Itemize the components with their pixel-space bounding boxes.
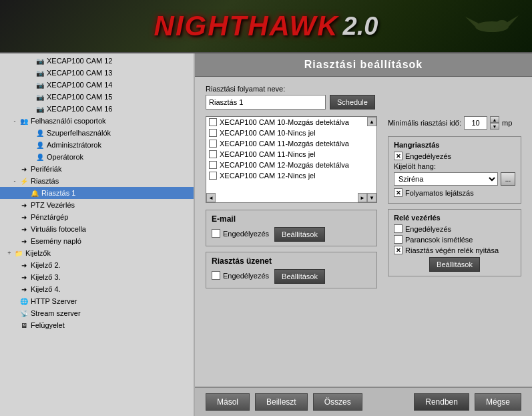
schedule-button[interactable]: Schedule	[330, 95, 375, 110]
cam-list-item[interactable]: XECAP100 CAM 10-Nincs jel	[206, 128, 376, 138]
sidebar-item-riasztas1[interactable]: 🔔Riasztás 1	[0, 187, 194, 199]
sound-browse-button[interactable]: ...	[501, 172, 515, 186]
sidebar-label-felugyelet: Felügyelet	[31, 321, 65, 329]
expand-icon-kijelzok[interactable]: +	[5, 250, 13, 256]
sidebar-item-penztar[interactable]: ➜Pénztárgép	[0, 211, 194, 223]
sidebar-label-xcam15: XECAP100 CAM 15	[47, 93, 112, 101]
sidebar-label-operatorok: Operátorok	[47, 153, 83, 161]
arrow-icon: ➜	[19, 284, 29, 294]
alarm-icon: ⚡	[19, 176, 29, 186]
sidebar-item-xcam13[interactable]: 📷XECAP100 CAM 13	[0, 67, 194, 79]
message-enable-checkbox[interactable]	[212, 271, 220, 280]
alarm-item-icon: 🔔	[29, 188, 40, 198]
min-time-input[interactable]	[464, 116, 487, 130]
sidebar-item-xcam14[interactable]: 📷XECAP100 CAM 14	[0, 79, 194, 91]
sidebar-item-operatorok[interactable]: 👤Operátorok	[0, 151, 194, 163]
sidebar-item-riasztas[interactable]: -⚡Riasztás	[0, 175, 194, 187]
sound-enable-checkbox[interactable]: ✕	[394, 152, 403, 160]
sidebar-item-esemeny[interactable]: ➜Esemény napló	[0, 235, 194, 247]
cam-list-item[interactable]: XECAP100 CAM 10-Mozgás detektálva	[206, 117, 376, 128]
relay-enable-checkbox[interactable]	[394, 224, 403, 233]
cam-list-scroll-left[interactable]: ◄	[206, 193, 216, 202]
sidebar-item-http[interactable]: 🌐HTTP Szerver	[0, 295, 194, 307]
arrow-icon: ➜	[19, 212, 29, 222]
header: NIGHTHAWK 2.0	[0, 0, 532, 53]
expand-icon-riasztas[interactable]: -	[11, 178, 19, 184]
sidebar-item-virtualis[interactable]: ➜Virtuális fotocella	[0, 223, 194, 235]
sound-select-row: Sziréna ...	[394, 172, 515, 186]
cam-icon: 📷	[35, 79, 45, 90]
copy-button[interactable]: Másol	[206, 393, 250, 411]
all-button[interactable]: Összes	[313, 393, 362, 411]
email-enable-checkbox[interactable]	[212, 229, 220, 238]
sidebar-item-kijelzo4[interactable]: ➜Kijelző 4.	[0, 283, 194, 295]
cancel-button[interactable]: Mégse	[475, 393, 521, 411]
expand-icon-felhasznaloi[interactable]: -	[11, 118, 19, 124]
sidebar-item-felugyelet[interactable]: 🖥Felügyelet	[0, 319, 194, 331]
right-panel: Riasztási beállítások Riasztási folyamat…	[195, 53, 532, 416]
cam-list-scroll-down[interactable]: ▼	[367, 193, 376, 202]
sidebar-item-xcam12[interactable]: 📷XECAP100 CAM 12	[0, 55, 194, 67]
sidebar-label-riasztas: Riasztás	[31, 177, 59, 185]
arrow-icon: ➜	[19, 236, 29, 246]
loop-checkbox[interactable]: ✕	[394, 188, 403, 197]
sidebar-item-kijelzo2[interactable]: ➜Kijelző 2.	[0, 259, 194, 271]
arrow-icon: ➜	[19, 200, 29, 210]
sidebar: 📷XECAP100 CAM 12 📷XECAP100 CAM 13 📷XECAP…	[0, 53, 195, 416]
sound-title: Hangriasztás	[394, 141, 515, 149]
relay-settings-button[interactable]: Beállítások	[429, 257, 480, 272]
cam-list-container[interactable]: XECAP100 CAM 10-Mozgás detektálvaXECAP10…	[206, 116, 377, 203]
svg-point-3	[497, 20, 507, 27]
sound-label: Kijelölt hang:	[394, 162, 515, 170]
sidebar-item-periferiák[interactable]: ➜Perifériák	[0, 163, 194, 175]
cam-list-scroll-up[interactable]: ▲	[367, 117, 376, 126]
sidebar-item-szuper[interactable]: 👤Szuperfelhasználók	[0, 127, 194, 139]
ok-button[interactable]: Rendben	[414, 393, 469, 411]
message-settings-button[interactable]: Beállítások	[274, 269, 325, 284]
sidebar-item-xcam15[interactable]: 📷XECAP100 CAM 15	[0, 91, 194, 103]
cam-item-checkbox-0[interactable]	[209, 118, 217, 126]
bottom-left-buttons: Másol Beilleszt Összes	[206, 393, 362, 411]
sidebar-item-felhasznaloi[interactable]: -👥Felhasználói csoportok	[0, 115, 194, 127]
cam-list-item[interactable]: XECAP100 CAM 12-Mozgás detektálva	[206, 160, 376, 170]
cam-icon: 📷	[35, 67, 45, 78]
email-settings-button[interactable]: Beállítások	[274, 227, 325, 242]
group-icon: 👥	[19, 116, 29, 126]
bottom-bar: Másol Beilleszt Összes Rendben Mégse	[195, 387, 532, 416]
cam-item-checkbox-2[interactable]	[209, 140, 217, 148]
spin-up-button[interactable]: ▲	[490, 116, 499, 123]
arrow-icon: ➜	[19, 260, 29, 270]
paste-button[interactable]: Beilleszt	[255, 393, 308, 411]
sidebar-label-kijelzo4: Kijelző 4.	[31, 285, 61, 293]
sidebar-item-kijelzok[interactable]: +📁Kijelzők	[0, 247, 194, 259]
cam-list-scroll-right[interactable]: ►	[358, 193, 367, 202]
sidebar-item-ptz[interactable]: ➜PTZ Vezérlés	[0, 199, 194, 211]
monitor-icon: 🖥	[19, 320, 29, 331]
folder-icon: 📁	[13, 248, 24, 258]
users-icon: 👤	[35, 152, 45, 162]
sound-dropdown[interactable]: Sziréna	[394, 172, 498, 186]
sidebar-item-stream[interactable]: 📡Stream szerver	[0, 307, 194, 319]
spin-down-button[interactable]: ▼	[490, 123, 499, 130]
logo-version: 2.0	[343, 12, 378, 41]
cam-item-checkbox-4[interactable]	[209, 161, 217, 169]
min-time-label: Minimális riasztási idő:	[388, 119, 461, 127]
min-time-unit: mp	[502, 119, 512, 127]
email-section: E-mail Engedélyezés Beállítások	[206, 210, 377, 246]
cam-list-item[interactable]: XECAP100 CAM 12-Nincs jel	[206, 170, 376, 181]
cam-item-label: XECAP100 CAM 10-Nincs jel	[220, 129, 316, 137]
sidebar-label-felhasznaloi: Felhasználói csoportok	[31, 117, 106, 125]
cam-item-checkbox-5[interactable]	[209, 172, 217, 180]
relay-repeat-checkbox[interactable]	[394, 235, 403, 244]
cam-item-checkbox-3[interactable]	[209, 150, 217, 158]
cam-list-item[interactable]: XECAP100 CAM 11-Mozgás detektálva	[206, 138, 376, 149]
name-input[interactable]	[206, 95, 326, 110]
sidebar-item-xcam16[interactable]: 📷XECAP100 CAM 16	[0, 103, 194, 115]
cam-item-checkbox-1[interactable]	[209, 129, 217, 137]
sidebar-item-kijelzo3[interactable]: ➜Kijelző 3.	[0, 271, 194, 283]
relay-end-checkbox[interactable]: ✕	[394, 246, 403, 254]
message-enable-label: Engedélyezés	[223, 272, 269, 280]
name-field-label: Riasztási folyamat neve:	[206, 85, 521, 93]
cam-list-item[interactable]: XECAP100 CAM 11-Nincs jel	[206, 149, 376, 160]
sidebar-item-adminok[interactable]: 👤Adminisztrátorok	[0, 139, 194, 151]
